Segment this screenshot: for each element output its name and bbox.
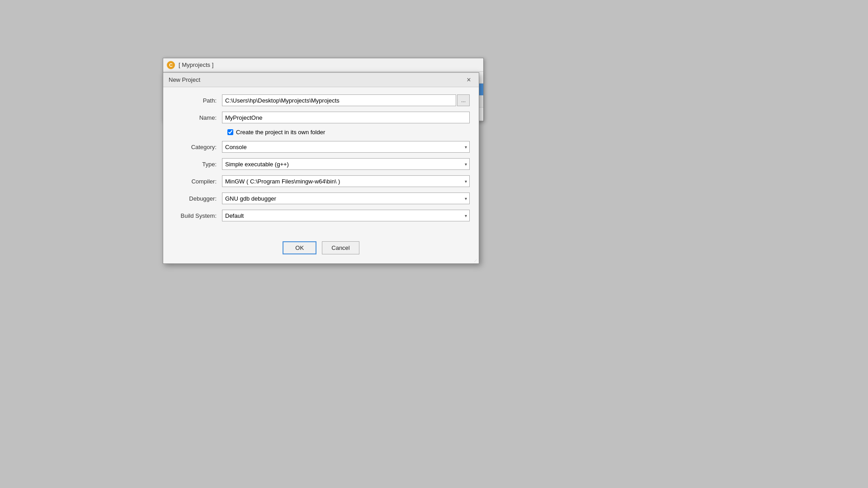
path-browse-button[interactable]: ...	[457, 94, 470, 106]
path-input[interactable]	[222, 94, 456, 106]
checkbox-label: Create the project in its own folder	[236, 129, 325, 136]
dialog-title: New Project	[169, 76, 200, 83]
compiler-select[interactable]: MinGW ( C:\Program Files\mingw-w64\bin\ …	[222, 175, 470, 187]
build-system-label: Build System:	[172, 212, 222, 219]
category-row: Category: Console GUI Static library DLL…	[172, 141, 470, 153]
path-label: Path:	[172, 97, 222, 104]
type-select[interactable]: Simple executable (g++) Simple executabl…	[222, 158, 470, 170]
resize-handle[interactable]: ⟋	[473, 258, 479, 263]
own-folder-checkbox[interactable]	[227, 129, 233, 135]
name-row: Name:	[172, 112, 470, 123]
type-select-wrapper: Simple executable (g++) Simple executabl…	[222, 158, 470, 170]
dialog-body: Path: ... Name: Create the project in it…	[163, 87, 479, 234]
name-input[interactable]	[222, 112, 470, 123]
checkbox-row: Create the project in its own folder	[227, 129, 470, 136]
debugger-select-wrapper: GNU gdb debugger ▾	[222, 192, 470, 204]
dialog-footer: OK Cancel	[163, 234, 479, 263]
path-row: Path: ...	[172, 94, 470, 106]
dialog-title-bar: New Project ×	[163, 73, 479, 87]
build-system-select-wrapper: Default ▾	[222, 210, 470, 221]
debugger-select[interactable]: GNU gdb debugger	[222, 192, 470, 204]
compiler-select-wrapper: MinGW ( C:\Program Files\mingw-w64\bin\ …	[222, 175, 470, 187]
ok-button[interactable]: OK	[283, 241, 316, 254]
app-title: [ Myprojects ]	[179, 61, 213, 68]
type-row: Type: Simple executable (g++) Simple exe…	[172, 158, 470, 170]
compiler-label: Compiler:	[172, 178, 222, 185]
title-bar: C [ Myprojects ]	[163, 58, 483, 72]
app-logo: C	[167, 61, 175, 69]
debugger-label: Debugger:	[172, 195, 222, 202]
category-select[interactable]: Console GUI Static library DLL	[222, 141, 470, 153]
compiler-row: Compiler: MinGW ( C:\Program Files\mingw…	[172, 175, 470, 187]
type-label: Type:	[172, 161, 222, 168]
name-label: Name:	[172, 114, 222, 121]
build-system-row: Build System: Default ▾	[172, 210, 470, 221]
category-label: Category:	[172, 144, 222, 150]
new-project-dialog: New Project × Path: ... Name: Create the…	[163, 72, 479, 264]
debugger-row: Debugger: GNU gdb debugger ▾	[172, 192, 470, 204]
cancel-button[interactable]: Cancel	[322, 241, 359, 254]
category-select-wrapper: Console GUI Static library DLL ▾	[222, 141, 470, 153]
dialog-close-button[interactable]: ×	[464, 75, 473, 84]
build-system-select[interactable]: Default	[222, 210, 470, 221]
